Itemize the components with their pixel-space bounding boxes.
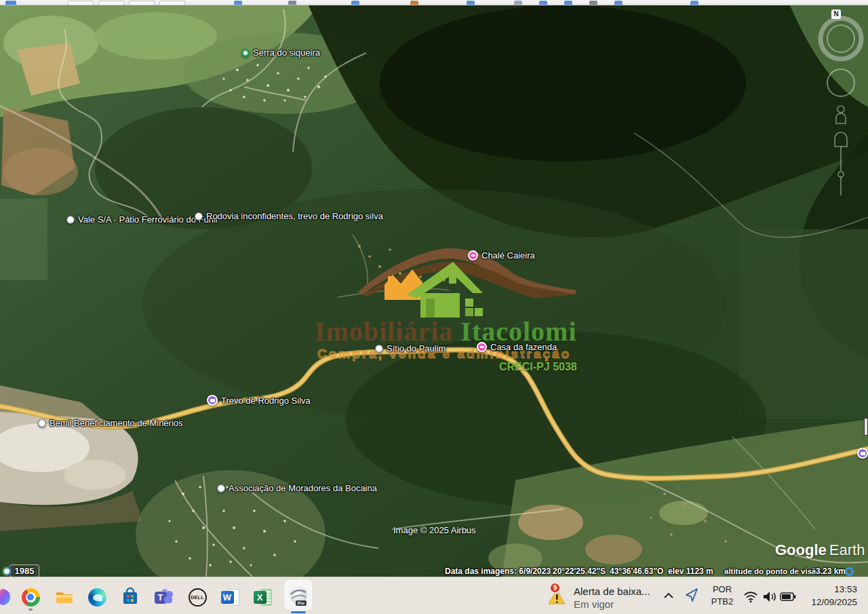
file-explorer-icon — [55, 588, 74, 607]
history-clock-icon[interactable] — [1, 566, 12, 577]
placemark-label: Serra do siqueira — [253, 47, 320, 58]
toolbar-button-fragment — [68, 1, 94, 5]
excel-icon: X — [254, 588, 272, 607]
toolbar-button-fragment — [98, 1, 124, 5]
windows-taskbar: T DELL W X — [0, 577, 868, 614]
chevron-up-icon[interactable] — [663, 592, 674, 599]
placemark-trevo-rodrigo-silva[interactable]: Trevo de Rodrigo Silva — [207, 395, 311, 406]
purple-photo-marker-icon — [857, 448, 868, 459]
placemark-label: Trevo de Rodrigo Silva — [221, 396, 311, 406]
battery-icon[interactable] — [780, 592, 796, 601]
language-secondary: PTB2 — [707, 596, 738, 608]
toolbar-icon-fragment — [539, 1, 547, 5]
compass-ring-icon — [821, 18, 861, 59]
white-pin-marker-icon — [217, 484, 225, 493]
status-longitude: 43°36'46.63"O — [610, 567, 663, 576]
imagery-copyright: Image © 2025 Airbus — [393, 525, 476, 535]
taskbar-notification[interactable]: 9 Alerta de baixa... Em vigor — [542, 581, 665, 611]
google-earth-logo: GoogleEarth — [775, 541, 865, 559]
purple-photo-marker-icon — [207, 395, 218, 406]
pegman-icon — [836, 106, 846, 123]
white-dot-marker-icon — [38, 419, 46, 427]
earth-wordmark: Earth — [829, 541, 865, 558]
green-dot-marker-icon — [241, 49, 250, 57]
toolbar-icon-fragment — [5, 1, 16, 5]
location-arrow-icon[interactable] — [684, 587, 700, 603]
earth-navigation-controls[interactable] — [814, 8, 868, 198]
streaming-indicator-icon — [845, 567, 854, 576]
dell-icon: DELL — [189, 588, 207, 607]
notification-subtitle: Em vigor — [574, 598, 614, 610]
taskbar-excel-button[interactable]: X — [250, 584, 275, 610]
microsoft-store-icon — [121, 588, 140, 607]
white-pin-marker-icon — [375, 345, 383, 353]
toolbar-icon-fragment — [288, 1, 296, 5]
notification-title: Alerta de baixa... — [574, 586, 650, 597]
pink-lodging-marker-icon — [468, 250, 478, 261]
clock-date: 12/09/2025 — [811, 596, 857, 609]
white-dot-marker-icon — [195, 212, 203, 220]
status-imagery-date: Data das imagens: 6/9/2023 — [445, 567, 551, 576]
language-indicator[interactable]: POR PTB2 — [707, 583, 738, 608]
google-earth-pro-icon: Pro — [289, 586, 308, 605]
placemark-label: Rodovia inconfidentes, trevo de Rodrigo … — [206, 211, 383, 221]
toolbar-icon-fragment — [467, 1, 475, 5]
placemark-label: Sítio do Paulim — [387, 343, 446, 353]
zoom-slider-icon — [835, 132, 847, 195]
toolbar-icon-fragment — [614, 1, 623, 5]
status-latitude: 20°22'25.42"S — [553, 567, 606, 576]
volume-icon[interactable] — [762, 590, 777, 603]
taskbar-chrome-button[interactable] — [18, 584, 43, 610]
language-primary: POR — [707, 583, 738, 596]
history-year-chip[interactable]: 1985 — [9, 564, 39, 577]
compass-north-label: N — [831, 9, 841, 19]
pink-lodging-marker-icon — [477, 342, 487, 352]
google-wordmark: Google — [775, 541, 827, 558]
cutoff-label-fragment — [864, 418, 868, 436]
taskbar-copilot-button[interactable] — [0, 584, 15, 610]
placemark-label: Associação de Moradores da Bocaina — [229, 483, 377, 493]
toolbar-icon-fragment — [690, 1, 698, 5]
word-icon: W — [221, 588, 239, 607]
placemark-casa-da-fazenda[interactable]: Casa da fazenda — [477, 342, 557, 352]
taskbar-dell-button[interactable]: DELL — [184, 584, 210, 610]
taskbar-file-explorer-button[interactable] — [52, 584, 77, 610]
toolbar-icon-fragment — [351, 1, 359, 5]
status-elevation: elev 1123 m — [668, 567, 713, 576]
placemark-associacao-bocaina[interactable]: Associação de Moradores da Bocaina — [217, 483, 377, 493]
taskbar-clock[interactable]: 13:53 12/09/2025 — [811, 583, 857, 609]
placemark-bemil-beneficiamento[interactable]: Bemil Beneficiamento de Minérios — [38, 418, 183, 428]
white-dot-marker-icon — [66, 216, 75, 224]
clock-time: 13:53 — [811, 583, 857, 596]
earth-toolbar-cutoff[interactable] — [0, 0, 868, 5]
taskbar-edge-button[interactable] — [84, 584, 110, 610]
taskbar-teams-button[interactable]: T — [151, 584, 176, 610]
wifi-icon[interactable] — [743, 591, 758, 603]
placemark-edge-photo-marker[interactable] — [857, 448, 868, 459]
placemark-label: Chalé Caieira — [481, 250, 535, 261]
placemark-rodovia-inconfidentes[interactable]: Rodovia inconfidentes, trevo de Rodrigo … — [195, 211, 383, 221]
active-app-indicator — [291, 611, 306, 613]
pan-joystick-icon — [827, 69, 854, 96]
placemark-label: Casa da fazenda — [490, 342, 557, 352]
placemark-label: Bemil Beneficiamento de Minérios — [50, 418, 183, 428]
taskbar-word-button[interactable]: W — [217, 584, 243, 610]
toolbar-button-fragment — [159, 1, 185, 5]
status-eye-altitude-value: 3.23 km — [816, 567, 846, 576]
taskbar-google-earth-pro-button[interactable]: Pro — [284, 579, 313, 611]
toolbar-icon-fragment — [410, 1, 418, 5]
copilot-icon — [0, 588, 12, 607]
placemark-sitio-do-paulim[interactable]: Sítio do Paulim — [375, 343, 446, 353]
status-eye-altitude-label: altitude do ponto de visão — [724, 567, 821, 575]
taskbar-microsoft-store-button[interactable] — [117, 584, 143, 610]
satellite-terrain — [0, 5, 868, 577]
desktop-screen: Serra do siqueira Vale S/A - Pátio Ferro… — [0, 0, 868, 614]
placemark-chale-caieira[interactable]: Chalé Caieira — [468, 250, 535, 261]
edge-icon — [88, 588, 106, 607]
toolbar-icon-fragment — [589, 1, 597, 5]
chrome-icon — [22, 588, 40, 607]
teams-icon: T — [155, 588, 173, 607]
placemark-serra-do-siqueira[interactable]: Serra do siqueira — [241, 47, 320, 58]
toolbar-icon-fragment — [514, 1, 522, 5]
earth-map-viewport[interactable]: Serra do siqueira Vale S/A - Pátio Ferro… — [0, 5, 868, 577]
